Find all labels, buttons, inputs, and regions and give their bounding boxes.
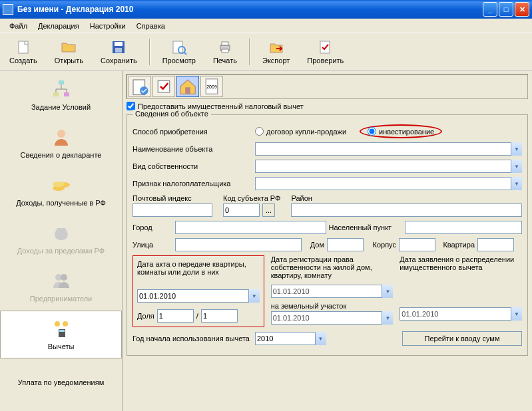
date-decl-group: Дата заявления о распределении имуществе… [399, 255, 522, 327]
year-start-label: Год начала использования вычета [133, 335, 252, 342]
chevron-down-icon[interactable]: ▼ [315, 332, 326, 345]
radio-contract[interactable]: договор купли-продажи [255, 127, 346, 136]
go-to-sums-button[interactable]: Перейти к вводу сумм [402, 331, 522, 346]
svg-rect-3 [115, 48, 122, 53]
date-reg-group: Дата регистрации права собственности на … [271, 255, 394, 327]
menu-settings[interactable]: Настройки [85, 21, 131, 31]
svg-point-29 [140, 86, 148, 95]
region-label: Район [291, 194, 312, 202]
city-input[interactable] [175, 221, 326, 234]
share-denominator-input[interactable] [201, 309, 238, 323]
sidebar-item-notifications[interactable]: Уплата по уведомлениям [0, 358, 122, 406]
svg-rect-9 [222, 49, 228, 53]
coins-icon [51, 175, 72, 196]
svg-line-6 [184, 53, 186, 55]
export-button[interactable]: Экспорт [257, 38, 295, 66]
chevron-down-icon[interactable]: ▼ [511, 160, 522, 173]
subject-code-input[interactable] [223, 204, 260, 217]
svg-rect-8 [222, 42, 228, 45]
sidebar-item-income-foreign: Доходы за пределами РФ [0, 215, 122, 263]
chevron-down-icon: ▼ [382, 311, 393, 325]
hierarchy-icon [51, 79, 72, 100]
radio-investment[interactable]: инвестирование [360, 124, 442, 138]
building-label: Корпус [366, 241, 396, 249]
street-input[interactable] [175, 238, 302, 251]
menu-declaration[interactable]: Декларация [33, 21, 85, 31]
tab-property[interactable] [176, 76, 199, 97]
date-act-input[interactable] [137, 289, 260, 303]
close-button[interactable]: ✕ [515, 2, 529, 17]
sidebar: Задание Условий Сведения о декларанте До… [0, 71, 123, 411]
date-decl-input [399, 307, 522, 321]
object-name-label: Наименование объекта [133, 145, 252, 153]
apartment-label: Квартира [438, 241, 475, 249]
building-input[interactable] [399, 238, 435, 251]
menu-help[interactable]: Справка [131, 21, 170, 31]
taxpayer-sign-combo[interactable] [255, 177, 522, 190]
tab-social[interactable] [152, 76, 175, 97]
share-label: Доля [137, 312, 154, 320]
ownership-combo[interactable] [255, 160, 522, 173]
check-button[interactable]: Проверить [302, 38, 349, 66]
acquisition-method-label: Способ приобретения [133, 128, 252, 136]
share-numerator-input[interactable] [157, 309, 194, 323]
svg-rect-12 [53, 92, 59, 96]
svg-rect-10 [320, 41, 330, 53]
print-button[interactable]: Печать [208, 38, 242, 66]
settlement-label: Населенный пункт [329, 223, 402, 231]
sidebar-label: Вычеты [48, 342, 75, 350]
svg-rect-13 [64, 92, 69, 96]
date-act-group: Дата акта о передаче квартиры, комнаты и… [133, 255, 264, 327]
ownership-label: Вид собственности [133, 162, 252, 170]
window-title: Без имени - Декларация 2010 [17, 5, 483, 14]
sidebar-label: Предприниматели [30, 295, 92, 303]
minimize-button[interactable]: _ [483, 2, 497, 17]
menu-file[interactable]: Файл [4, 21, 33, 31]
tab-2009[interactable]: 2009 [200, 76, 223, 97]
chevron-down-icon[interactable]: ▼ [511, 177, 522, 190]
sidebar-label: Задание Условий [31, 103, 91, 111]
sidebar-label: Доходы, полученные в РФ [16, 199, 106, 207]
create-button[interactable]: Создать [4, 38, 43, 66]
save-button[interactable]: Сохранить [95, 38, 142, 66]
sidebar-item-income-rf[interactable]: Доходы, полученные в РФ [0, 167, 122, 215]
calculator-people-icon [51, 319, 72, 340]
folder-open-icon [61, 39, 77, 55]
floppy-icon [111, 39, 127, 55]
svg-rect-11 [59, 80, 64, 84]
svg-rect-30 [158, 80, 170, 92]
object-name-combo[interactable] [255, 142, 522, 156]
export-icon [268, 39, 284, 55]
subject-code-lookup-button[interactable]: ... [262, 204, 275, 217]
date-land-input [271, 311, 394, 325]
briefcase-icon [51, 271, 72, 292]
sidebar-item-declarant[interactable]: Сведения о декларанте [0, 119, 122, 167]
city-label: Город [133, 223, 172, 231]
chevron-down-icon[interactable]: ▼ [511, 142, 522, 156]
printer-icon [217, 39, 233, 55]
house-input[interactable] [327, 238, 364, 251]
deduction-tabs: 2009 [127, 74, 528, 99]
toolbar-separator [149, 39, 150, 65]
region-input[interactable] [291, 204, 522, 217]
open-button[interactable]: Открыть [49, 38, 89, 66]
preview-button[interactable]: Просмотр [157, 38, 201, 66]
app-icon [3, 4, 13, 15]
provide-deduction-label: Предоставить имущественный налоговый выч… [138, 102, 304, 110]
chevron-down-icon[interactable]: ▼ [248, 289, 260, 303]
date-act-label: Дата акта о передаче квартиры, комнаты и… [137, 260, 260, 289]
sidebar-label: Сведения о декларанте [21, 151, 102, 159]
svg-rect-2 [115, 42, 123, 46]
sidebar-item-conditions[interactable]: Задание Условий [0, 71, 122, 119]
maximize-button[interactable]: □ [499, 2, 513, 17]
settlement-input[interactable] [405, 221, 523, 234]
person-icon [51, 127, 72, 148]
apartment-input[interactable] [477, 238, 514, 251]
sidebar-item-deductions[interactable]: Вычеты [0, 311, 122, 358]
postal-input[interactable] [133, 204, 212, 217]
sidebar-item-entrepreneurs: Предприниматели [0, 263, 122, 311]
land-lot-label: на земельный участок [271, 302, 394, 310]
check-page-icon [318, 39, 334, 55]
svg-point-24 [55, 321, 60, 327]
tab-standard[interactable] [129, 76, 151, 97]
